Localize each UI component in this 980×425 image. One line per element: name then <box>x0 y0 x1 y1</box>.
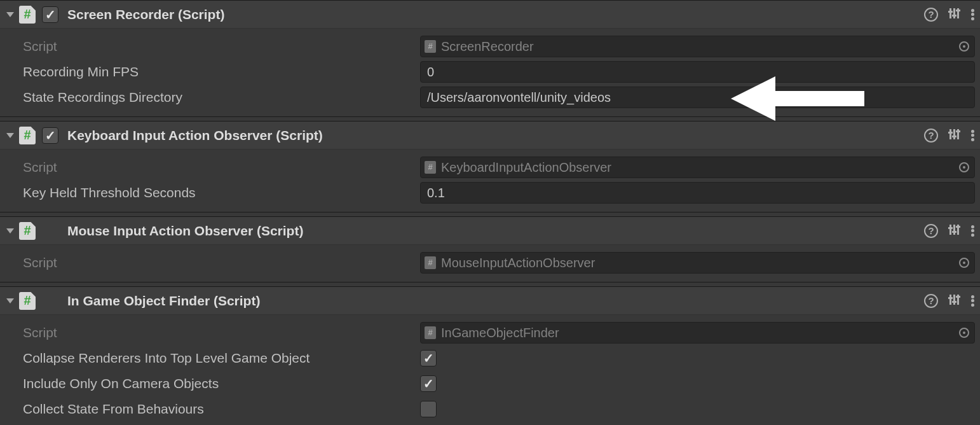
script-icon <box>19 127 36 144</box>
context-menu-icon[interactable] <box>971 294 975 308</box>
property-label: Script <box>23 160 420 175</box>
property-label: Key Held Threshold Seconds <box>23 185 420 200</box>
object-picker-icon[interactable] <box>959 162 969 172</box>
component-header[interactable]: Keyboard Input Action Observer (Script) … <box>0 122 980 150</box>
preset-icon[interactable] <box>948 225 961 237</box>
preset-icon[interactable] <box>948 295 961 307</box>
script-name: InGameObjectFinder <box>441 326 559 340</box>
context-menu-icon[interactable] <box>971 224 975 238</box>
component-header[interactable]: In Game Object Finder (Script) ? <box>0 287 980 315</box>
script-object-field[interactable]: InGameObjectFinder <box>420 322 975 344</box>
recordings-dir-input[interactable]: /Users/aaronvontell/unity_videos <box>420 87 975 108</box>
script-name: ScreenRecorder <box>441 39 534 54</box>
property-row-include: Include Only On Camera Objects <box>23 371 975 396</box>
component-keyboard-observer: Keyboard Input Action Observer (Script) … <box>0 121 980 212</box>
property-row-script: Script InGameObjectFinder <box>23 320 975 345</box>
script-mini-icon <box>425 256 436 269</box>
property-label: Collect State From Behaviours <box>23 401 420 417</box>
inspector-panel: Screen Recorder (Script) ? Script Screen… <box>0 0 980 425</box>
property-row-collapse: Collapse Renderers Into Top Level Game O… <box>23 345 975 371</box>
collapse-checkbox[interactable] <box>420 350 437 366</box>
component-title: Keyboard Input Action Observer (Script) <box>67 128 924 143</box>
component-body: Script ScreenRecorder Recording Min FPS … <box>0 29 980 116</box>
component-title: In Game Object Finder (Script) <box>67 293 924 309</box>
component-body: Script InGameObjectFinder Collapse Rende… <box>0 315 980 425</box>
property-row-script: Script KeyboardInputActionObserver <box>23 155 975 180</box>
component-body: Script MouseInputActionObserver <box>0 245 980 282</box>
property-label: Include Only On Camera Objects <box>23 376 420 391</box>
component-title: Mouse Input Action Observer (Script) <box>67 223 924 239</box>
property-row-script: Script ScreenRecorder <box>23 34 975 59</box>
component-mouse-observer: Mouse Input Action Observer (Script) ? S… <box>0 216 980 282</box>
component-header[interactable]: Screen Recorder (Script) ? <box>0 1 980 29</box>
script-mini-icon <box>425 161 436 174</box>
foldout-icon[interactable] <box>6 12 14 17</box>
script-object-field[interactable]: ScreenRecorder <box>420 36 975 57</box>
property-row-collect: Collect State From Behaviours <box>23 396 975 422</box>
object-picker-icon[interactable] <box>959 328 969 338</box>
min-fps-input[interactable]: 0 <box>420 61 975 83</box>
script-icon <box>19 6 36 24</box>
script-object-field[interactable]: KeyboardInputActionObserver <box>420 157 975 178</box>
property-row-min-fps: Recording Min FPS 0 <box>23 59 975 85</box>
include-checkbox[interactable] <box>420 375 437 392</box>
preset-icon[interactable] <box>948 129 961 142</box>
script-icon <box>19 292 36 310</box>
property-label: Script <box>23 39 420 54</box>
script-mini-icon <box>425 326 436 339</box>
foldout-icon[interactable] <box>6 298 14 303</box>
enable-checkbox[interactable] <box>42 6 58 23</box>
property-row-script: Script MouseInputActionObserver <box>23 250 975 275</box>
property-row-recordings-dir: State Recordings Directory /Users/aaronv… <box>23 85 975 110</box>
script-name: MouseInputActionObserver <box>441 256 595 270</box>
property-row-threshold: Key Held Threshold Seconds 0.1 <box>23 180 975 206</box>
help-icon[interactable]: ? <box>924 224 938 238</box>
context-menu-icon[interactable] <box>971 129 975 143</box>
context-menu-icon[interactable] <box>971 8 975 22</box>
component-object-finder: In Game Object Finder (Script) ? Script … <box>0 286 980 425</box>
foldout-icon[interactable] <box>6 228 14 233</box>
property-label: Script <box>23 255 420 270</box>
help-icon[interactable]: ? <box>924 8 938 22</box>
collect-checkbox[interactable] <box>420 401 437 417</box>
script-icon <box>19 222 36 240</box>
script-mini-icon <box>425 40 436 53</box>
script-name: KeyboardInputActionObserver <box>441 160 611 175</box>
foldout-icon[interactable] <box>6 133 14 138</box>
property-label: Script <box>23 325 420 340</box>
property-label: Recording Min FPS <box>23 64 420 80</box>
threshold-input[interactable]: 0.1 <box>420 182 975 204</box>
component-title: Screen Recorder (Script) <box>67 7 924 22</box>
property-label: Collapse Renderers Into Top Level Game O… <box>23 351 420 366</box>
property-label: State Recordings Directory <box>23 90 420 105</box>
enable-checkbox[interactable] <box>42 127 58 144</box>
object-picker-icon[interactable] <box>959 258 969 268</box>
object-picker-icon[interactable] <box>959 41 969 52</box>
preset-icon[interactable] <box>948 8 961 21</box>
help-icon[interactable]: ? <box>924 129 938 143</box>
help-icon[interactable]: ? <box>924 294 938 308</box>
script-object-field[interactable]: MouseInputActionObserver <box>420 252 975 274</box>
component-header[interactable]: Mouse Input Action Observer (Script) ? <box>0 217 980 245</box>
component-body: Script KeyboardInputActionObserver Key H… <box>0 150 980 212</box>
component-screen-recorder: Screen Recorder (Script) ? Script Screen… <box>0 0 980 117</box>
